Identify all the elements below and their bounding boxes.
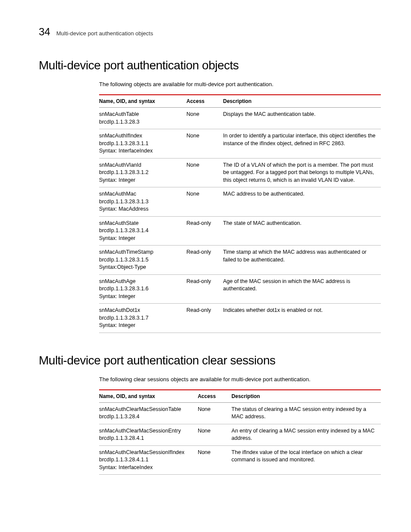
cell-access: Read-only [187, 274, 223, 304]
cell-description: Indicates whether dot1x is enabled or no… [223, 304, 381, 333]
cell-name: snMacAuthClearMacSessionTablebrcdIp.1.1.… [99, 402, 198, 424]
object-oid: brcdIp.1.1.3.28.3.1.2 [99, 169, 183, 177]
cell-description: The ifIndex value of the local interface… [231, 445, 381, 475]
section2-intro: The following clear sessions objects are… [99, 376, 381, 383]
table-row: snMacAuthMacbrcdIp.1.1.3.28.3.1.3Syntax:… [99, 187, 381, 217]
col-header-description: Description [231, 390, 381, 403]
cell-access: Read-only [187, 246, 223, 275]
page-number: 34 [39, 26, 50, 38]
object-oid: brcdIp.1.1.3.28.3.1.6 [99, 285, 183, 293]
cell-description: An entry of clearing a MAC session entry… [231, 424, 381, 445]
object-syntax: Syntax: InterfaceIndex [99, 147, 183, 155]
objects-table: Name, OID, and syntax Access Description… [99, 94, 381, 333]
table-row: snMacAuthClearMacSessionIfIndexbrcdIp.1.… [99, 445, 381, 475]
clear-sessions-table: Name, OID, and syntax Access Description… [99, 389, 381, 475]
cell-access: None [187, 158, 223, 187]
cell-access: None [187, 187, 223, 217]
object-name: snMacAuthVlanId [99, 162, 183, 169]
object-oid: brcdIp.1.1.3.28.3 [99, 118, 183, 126]
object-syntax: Syntax: MacAddress [99, 205, 183, 213]
cell-description: The ID of a VLAN of which the port is a … [223, 158, 381, 187]
object-syntax: Syntax: Integer [99, 293, 183, 301]
page-header: 34 Multi-device port authentication obje… [39, 26, 381, 38]
object-oid: brcdIp.1.1.3.28.4 [99, 413, 194, 421]
object-name: snMacAuthClearMacSessionTable [99, 406, 194, 414]
table-row: snMacAuthAgebrcdIp.1.1.3.28.3.1.6Syntax:… [99, 274, 381, 304]
section-heading-objects: Multi-device port authentication objects [39, 59, 381, 72]
object-oid: brcdIp.1.1.3.28.3.1.5 [99, 256, 183, 264]
col-header-access: Access [198, 390, 231, 403]
object-oid: brcdIp.1.1.3.28.3.1.7 [99, 314, 183, 322]
object-syntax: Syntax: Integer [99, 177, 183, 184]
cell-access: None [198, 424, 231, 445]
object-name: snMacAuthTimeStamp [99, 249, 183, 256]
object-name: snMacAuthClearMacSessionEntry [99, 427, 194, 435]
cell-access: None [187, 129, 223, 159]
cell-description: MAC address to be authenticated. [223, 187, 381, 217]
col-header-name: Name, OID, and syntax [99, 390, 198, 403]
object-syntax: Syntax:Object-Type [99, 264, 183, 271]
object-name: snMacAuthIfIndex [99, 132, 183, 140]
cell-access: Read-only [187, 216, 223, 246]
cell-access: None [198, 402, 231, 424]
section1-intro: The following objects are available for … [99, 81, 381, 87]
cell-name: snMacAuthTablebrcdIp.1.1.3.28.3 [99, 108, 187, 129]
cell-access: None [198, 445, 231, 475]
cell-name: snMacAuthClearMacSessionEntrybrcdIp.1.1.… [99, 424, 198, 445]
table-row: snMacAuthStatebrcdIp.1.1.3.28.3.1.4Synta… [99, 216, 381, 246]
cell-description: The status of clearing a MAC session ent… [231, 402, 381, 424]
table-row: snMacAuthTimeStampbrcdIp.1.1.3.28.3.1.5S… [99, 246, 381, 275]
table-header-row: Name, OID, and syntax Access Description [99, 95, 381, 108]
cell-name: snMacAuthAgebrcdIp.1.1.3.28.3.1.6Syntax:… [99, 274, 187, 304]
cell-name: snMacAuthStatebrcdIp.1.1.3.28.3.1.4Synta… [99, 216, 187, 246]
object-oid: brcdIp.1.1.3.28.4.1 [99, 435, 194, 442]
cell-description: Age of the MAC session in which the MAC … [223, 274, 381, 304]
object-syntax: Syntax: Integer [99, 322, 183, 330]
object-name: snMacAuthAge [99, 278, 183, 286]
cell-description: The state of MAC authentication. [223, 216, 381, 246]
cell-name: snMacAuthDot1xbrcdIp.1.1.3.28.3.1.7Synta… [99, 304, 187, 333]
cell-name: snMacAuthMacbrcdIp.1.1.3.28.3.1.3Syntax:… [99, 187, 187, 217]
object-syntax: Syntax: InterfaceIndex [99, 464, 194, 472]
object-oid: brcdIp.1.1.3.28.3.1.4 [99, 227, 183, 235]
cell-access: Read-only [187, 304, 223, 333]
table-row: snMacAuthClearMacSessionTablebrcdIp.1.1.… [99, 402, 381, 424]
object-name: snMacAuthClearMacSessionIfIndex [99, 449, 194, 457]
object-name: snMacAuthDot1x [99, 307, 183, 314]
cell-name: snMacAuthIfIndexbrcdIp.1.1.3.28.3.1.1Syn… [99, 129, 187, 159]
table-row: snMacAuthTablebrcdIp.1.1.3.28.3NoneDispl… [99, 108, 381, 129]
cell-access: None [187, 108, 223, 129]
table-row: snMacAuthIfIndexbrcdIp.1.1.3.28.3.1.1Syn… [99, 129, 381, 159]
section-heading-clear-sessions: Multi-device port authentication clear s… [39, 354, 381, 367]
object-oid: brcdIp.1.1.3.28.3.1.1 [99, 140, 183, 148]
object-name: snMacAuthTable [99, 111, 183, 118]
cell-name: snMacAuthClearMacSessionIfIndexbrcdIp.1.… [99, 445, 198, 475]
col-header-description: Description [223, 95, 381, 108]
cell-description: Displays the MAC authentication table. [223, 108, 381, 129]
col-header-name: Name, OID, and syntax [99, 95, 187, 108]
table-row: snMacAuthClearMacSessionEntrybrcdIp.1.1.… [99, 424, 381, 445]
object-oid: brcdIp.1.1.3.28.4.1.1 [99, 456, 194, 464]
page-header-title: Multi-device port authentication objects [56, 30, 153, 37]
cell-name: snMacAuthTimeStampbrcdIp.1.1.3.28.3.1.5S… [99, 246, 187, 275]
object-oid: brcdIp.1.1.3.28.3.1.3 [99, 198, 183, 206]
object-syntax: Syntax: Integer [99, 235, 183, 243]
table-row: snMacAuthVlanIdbrcdIp.1.1.3.28.3.1.2Synt… [99, 158, 381, 187]
table-header-row: Name, OID, and syntax Access Description [99, 390, 381, 403]
object-name: snMacAuthMac [99, 190, 183, 198]
col-header-access: Access [187, 95, 223, 108]
cell-description: In order to identify a particular interf… [223, 129, 381, 159]
object-name: snMacAuthState [99, 220, 183, 227]
cell-description: Time stamp at which the MAC address was … [223, 246, 381, 275]
cell-name: snMacAuthVlanIdbrcdIp.1.1.3.28.3.1.2Synt… [99, 158, 187, 187]
table-row: snMacAuthDot1xbrcdIp.1.1.3.28.3.1.7Synta… [99, 304, 381, 333]
